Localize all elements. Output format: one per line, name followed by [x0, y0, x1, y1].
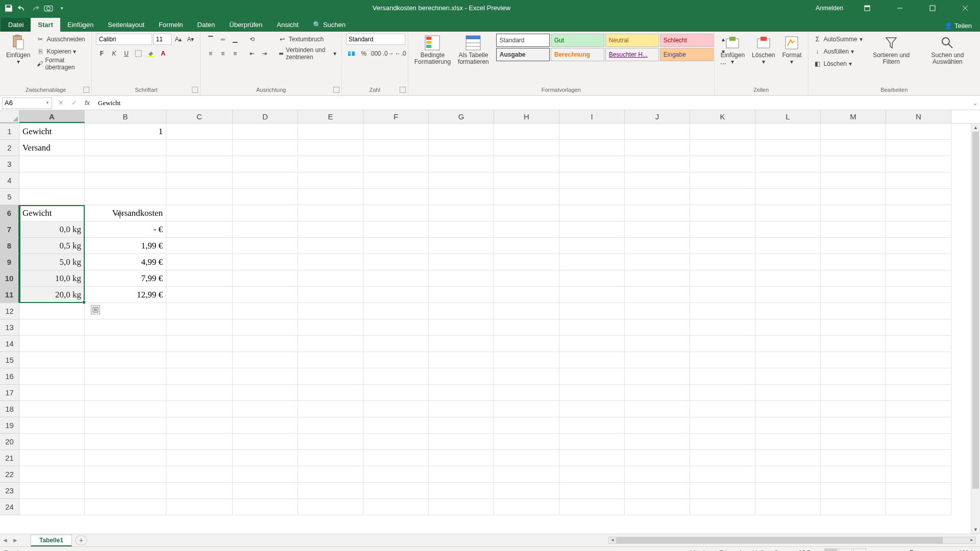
- cell-A1[interactable]: Gewicht: [19, 123, 85, 140]
- cell-B21[interactable]: [85, 450, 166, 466]
- cell-J23[interactable]: [625, 483, 690, 499]
- cell-J19[interactable]: [625, 417, 690, 434]
- cell-M6[interactable]: [821, 205, 886, 221]
- cell-N3[interactable]: [886, 156, 951, 172]
- cell-I14[interactable]: [559, 336, 625, 352]
- cell-E19[interactable]: [298, 417, 363, 434]
- row-header-10[interactable]: 10: [0, 270, 19, 287]
- cell-J14[interactable]: [625, 336, 690, 352]
- cell-L4[interactable]: [755, 172, 821, 189]
- view-page-layout-icon[interactable]: ▤: [839, 548, 852, 551]
- tab-insert[interactable]: Einfügen: [60, 18, 101, 32]
- cell-A4[interactable]: [19, 172, 85, 189]
- alignment-dialog-launcher[interactable]: [333, 87, 339, 93]
- col-header-J[interactable]: J: [625, 110, 690, 123]
- cell-H17[interactable]: [494, 385, 559, 401]
- cell-M3[interactable]: [821, 156, 886, 172]
- cell-A15[interactable]: [19, 352, 85, 368]
- cell-M19[interactable]: [821, 417, 886, 434]
- cell-H6[interactable]: [494, 205, 559, 221]
- cell-L23[interactable]: [755, 483, 821, 499]
- cell-F9[interactable]: [363, 254, 429, 270]
- cell-A24[interactable]: [19, 499, 85, 515]
- tab-page-layout[interactable]: Seitenlayout: [101, 18, 152, 32]
- cell-A14[interactable]: [19, 336, 85, 352]
- cell-K7[interactable]: [690, 221, 755, 238]
- cell-D19[interactable]: [233, 417, 298, 434]
- cell-E10[interactable]: [298, 270, 363, 287]
- cell-K9[interactable]: [690, 254, 755, 270]
- cell-D9[interactable]: [233, 254, 298, 270]
- cell-C21[interactable]: [166, 450, 233, 466]
- cell-N15[interactable]: [886, 352, 951, 368]
- redo-icon[interactable]: [31, 4, 40, 13]
- cell-N9[interactable]: [886, 254, 951, 270]
- cell-I9[interactable]: [559, 254, 625, 270]
- cell-M10[interactable]: [821, 270, 886, 287]
- sheet-tab-active[interactable]: Tabelle1: [31, 535, 72, 546]
- col-header-D[interactable]: D: [233, 110, 298, 123]
- cell-I1[interactable]: [559, 123, 625, 140]
- cell-H5[interactable]: [494, 189, 559, 205]
- cell-J8[interactable]: [625, 238, 690, 254]
- cell-I8[interactable]: [559, 238, 625, 254]
- cell-F3[interactable]: [363, 156, 429, 172]
- scroll-down-icon[interactable]: ▼: [971, 525, 980, 534]
- cell-G7[interactable]: [429, 221, 494, 238]
- format-painter-button[interactable]: 🖌Format übertragen: [35, 58, 87, 69]
- row-header-6[interactable]: 6: [0, 205, 19, 221]
- cell-G24[interactable]: [429, 499, 494, 515]
- cell-L5[interactable]: [755, 189, 821, 205]
- cell-J13[interactable]: [625, 319, 690, 336]
- cell-H18[interactable]: [494, 401, 559, 417]
- cell-E16[interactable]: [298, 368, 363, 385]
- vertical-scroll-thumb[interactable]: [972, 132, 979, 489]
- row-header-18[interactable]: 18: [0, 401, 19, 417]
- copy-button[interactable]: ⎘Kopieren ▾: [35, 46, 87, 57]
- cell-F22[interactable]: [363, 466, 429, 483]
- cell-K5[interactable]: [690, 189, 755, 205]
- cell-E7[interactable]: [298, 221, 363, 238]
- cell-K24[interactable]: [690, 499, 755, 515]
- share-button[interactable]: 👤Teilen: [941, 20, 975, 32]
- cell-G3[interactable]: [429, 156, 494, 172]
- cell-I4[interactable]: [559, 172, 625, 189]
- cell-G19[interactable]: [429, 417, 494, 434]
- cell-J6[interactable]: [625, 205, 690, 221]
- namebox-dropdown-icon[interactable]: ▼: [45, 101, 50, 105]
- cell-E21[interactable]: [298, 450, 363, 466]
- cell-N13[interactable]: [886, 319, 951, 336]
- find-select-button[interactable]: Suchen und Auswählen: [919, 34, 976, 66]
- cell-G13[interactable]: [429, 319, 494, 336]
- row-header-9[interactable]: 9: [0, 254, 19, 270]
- cell-D11[interactable]: [233, 287, 298, 303]
- name-box[interactable]: A6▼: [2, 97, 52, 109]
- tab-data[interactable]: Daten: [190, 18, 223, 32]
- row-header-24[interactable]: 24: [0, 499, 19, 515]
- cell-C18[interactable]: [166, 401, 233, 417]
- cut-button[interactable]: ✂Ausschneiden: [35, 34, 87, 45]
- cell-E1[interactable]: [298, 123, 363, 140]
- cell-C10[interactable]: [166, 270, 233, 287]
- cell-L22[interactable]: [755, 466, 821, 483]
- cell-F12[interactable]: [363, 303, 429, 319]
- cell-H22[interactable]: [494, 466, 559, 483]
- cell-K8[interactable]: [690, 238, 755, 254]
- scroll-right-icon[interactable]: ►: [968, 537, 975, 543]
- cell-L24[interactable]: [755, 499, 821, 515]
- cell-F20[interactable]: [363, 434, 429, 450]
- cell-F16[interactable]: [363, 368, 429, 385]
- undo-icon[interactable]: [17, 4, 27, 13]
- scroll-up-icon[interactable]: ▲: [971, 123, 980, 132]
- cell-B22[interactable]: [85, 466, 166, 483]
- cell-L21[interactable]: [755, 450, 821, 466]
- row-header-21[interactable]: 21: [0, 450, 19, 466]
- col-header-M[interactable]: M: [821, 110, 886, 123]
- cell-C22[interactable]: [166, 466, 233, 483]
- cell-K22[interactable]: [690, 466, 755, 483]
- cell-M14[interactable]: [821, 336, 886, 352]
- cell-F1[interactable]: [363, 123, 429, 140]
- cell-C17[interactable]: [166, 385, 233, 401]
- cell-A11[interactable]: 20,0 kg: [19, 287, 85, 303]
- cell-H12[interactable]: [494, 303, 559, 319]
